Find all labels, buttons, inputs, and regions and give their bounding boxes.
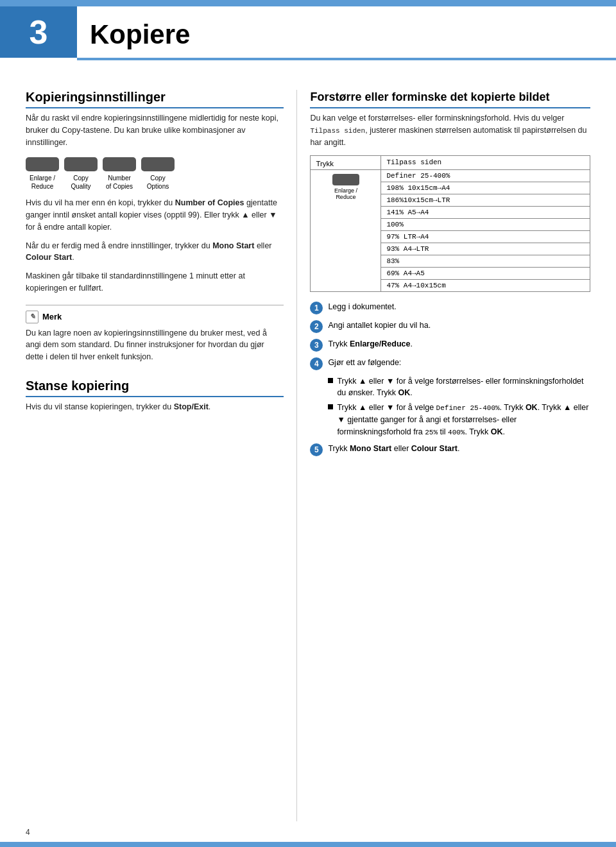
step-5: 5 Trykk Mono Start eller Colour Start. bbox=[310, 443, 590, 456]
table-cell-69: 69% A4→A5 bbox=[381, 267, 590, 279]
step-text-5: Trykk Mono Start eller Colour Start. bbox=[328, 443, 590, 455]
table-cell-option-tilpass: Tilpass siden bbox=[381, 155, 590, 169]
bullet-square-2 bbox=[328, 404, 333, 409]
chapter-number: 3 bbox=[30, 15, 48, 49]
table-row-header: Trykk Tilpass siden bbox=[311, 155, 590, 169]
step-num-3: 3 bbox=[310, 339, 323, 352]
sub-bullet-text-1: Trykk ▲ eller ▼ for å velge forstørrelse… bbox=[337, 375, 590, 400]
chapter-title: Kopiere bbox=[90, 19, 190, 50]
step-1: 1 Legg i dokumentet. bbox=[310, 301, 590, 314]
buttons-row: Enlarge /Reduce CopyQuality Numberof Cop… bbox=[26, 157, 284, 191]
sub-bullet-1: Trykk ▲ eller ▼ for å velge forstørrelse… bbox=[328, 375, 590, 400]
step-num-1: 1 bbox=[310, 302, 323, 314]
step-text-3: Trykk Enlarge/Reduce. bbox=[328, 338, 590, 350]
table-cell-83: 83% bbox=[381, 255, 590, 267]
footer-bar bbox=[0, 842, 616, 847]
stanse-text: Hvis du vil stanse kopieringen, trykker … bbox=[26, 401, 284, 413]
table-cell-option-definer: Definer 25-400% bbox=[381, 169, 590, 182]
table-cell-97: 97% LTR→A4 bbox=[381, 230, 590, 243]
left-column: Kopieringsinnstillinger Når du raskt vil… bbox=[26, 90, 296, 821]
table-enlarge-reduce-label: Enlarge /Reduce bbox=[334, 187, 357, 200]
chapter-block: 3 bbox=[0, 6, 77, 58]
button-item-enlarge: Enlarge /Reduce bbox=[26, 157, 59, 191]
step-num-2: 2 bbox=[310, 320, 323, 333]
copy-options-button-icon bbox=[141, 157, 175, 171]
page-number: 4 bbox=[26, 828, 30, 837]
button-item-quality: CopyQuality bbox=[64, 157, 98, 191]
table-cell-141: 141% A5→A4 bbox=[381, 206, 590, 218]
table-cell-button: Enlarge /Reduce bbox=[311, 169, 381, 291]
number-copies-label: Numberof Copies bbox=[106, 174, 133, 191]
step-3: 3 Trykk Enlarge/Reduce. bbox=[310, 338, 590, 352]
step-text-2: Angi antallet kopier du vil ha. bbox=[328, 320, 590, 332]
note-title: ✎ Merk bbox=[26, 311, 284, 323]
main-heading-right: Forstørre eller forminske det kopierte b… bbox=[310, 90, 590, 108]
para1-left: Hvis du vil ha mer enn én kopi, trykker … bbox=[26, 197, 284, 233]
header-bar bbox=[0, 0, 616, 6]
button-item-number: Numberof Copies bbox=[103, 157, 136, 191]
para3-left: Maskinen går tilbake til standardinnstil… bbox=[26, 270, 284, 295]
copy-quality-label: CopyQuality bbox=[71, 174, 90, 191]
table-cell-100: 100% bbox=[381, 218, 590, 230]
table-cell-93: 93% A4→LTR bbox=[381, 243, 590, 255]
table-row-button: Enlarge /Reduce Definer 25-400% bbox=[311, 169, 590, 182]
intro-text-right: Du kan velge et forstørrelses- eller for… bbox=[310, 112, 590, 148]
table-cell-47: 47% A4→10x15cm bbox=[381, 279, 590, 291]
table-cell-198: 198% 10x15cm→A4 bbox=[381, 182, 590, 194]
step-text-1: Legg i dokumentet. bbox=[328, 301, 590, 313]
right-column: Forstørre eller forminske det kopierte b… bbox=[296, 90, 590, 821]
intro-text-left: Når du raskt vil endre kopieringsinnstil… bbox=[26, 112, 284, 148]
copy-quality-button-icon bbox=[64, 157, 98, 171]
step-2: 2 Angi antallet kopier du vil ha. bbox=[310, 320, 590, 333]
stanse-heading: Stanse kopiering bbox=[26, 379, 284, 397]
step-4: 4 Gjør ett av følgende: bbox=[310, 357, 590, 370]
table-cell-left-header: Trykk bbox=[311, 155, 381, 169]
header-accent bbox=[77, 58, 616, 60]
options-table: Trykk Tilpass siden Enlarge /Reduce Defi… bbox=[310, 155, 590, 292]
para2-left: Når du er ferdig med å endre innstilling… bbox=[26, 240, 284, 264]
copy-options-label: CopyOptions bbox=[147, 174, 169, 191]
note-icon: ✎ bbox=[26, 311, 38, 323]
sub-bullet-2: Trykk ▲ eller ▼ for å velge Definer 25-4… bbox=[328, 402, 590, 438]
table-cell-186: 186%10x15cm→LTR bbox=[381, 194, 590, 206]
table-trykk-label: Trykk bbox=[316, 160, 334, 167]
bullet-square-1 bbox=[328, 378, 333, 383]
step-num-4: 4 bbox=[310, 357, 323, 370]
note-box: ✎ Merk Du kan lagre noen av kopieringsin… bbox=[26, 305, 284, 363]
number-copies-button-icon bbox=[103, 157, 136, 171]
step-num-5: 5 bbox=[310, 443, 323, 456]
main-content: Kopieringsinnstillinger Når du raskt vil… bbox=[0, 77, 616, 847]
table-enlarge-reduce-icon bbox=[332, 174, 359, 185]
enlarge-reduce-button-icon bbox=[26, 157, 59, 171]
step-text-4: Gjør ett av følgende: bbox=[328, 357, 590, 369]
sub-bullet-text-2: Trykk ▲ eller ▼ for å velge Definer 25-4… bbox=[337, 402, 590, 438]
enlarge-reduce-label: Enlarge /Reduce bbox=[30, 174, 55, 191]
main-heading-left: Kopieringsinnstillinger bbox=[26, 90, 284, 108]
stanse-section: Stanse kopiering Hvis du vil stanse kopi… bbox=[26, 379, 284, 413]
note-text: Du kan lagre noen av kopieringsinnstilli… bbox=[26, 327, 284, 363]
button-item-options: CopyOptions bbox=[141, 157, 175, 191]
